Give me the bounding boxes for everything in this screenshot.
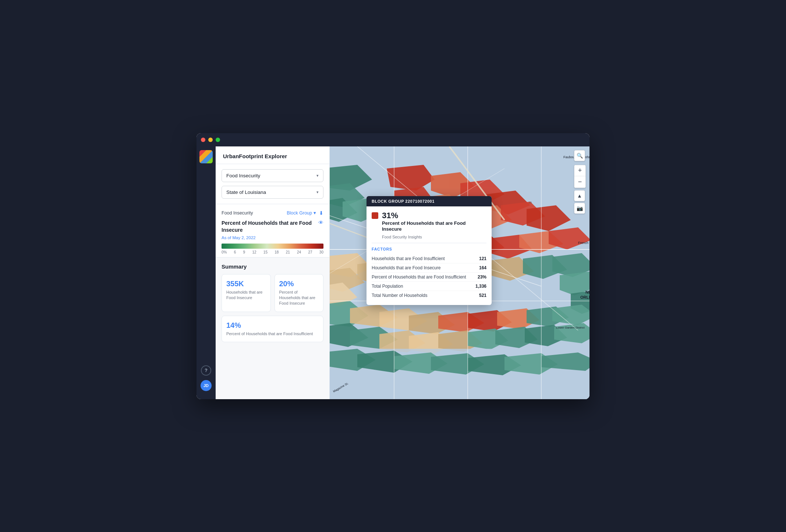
tooltip-header: BLOCK GROUP 220710072001: [367, 196, 492, 206]
region-label: State of Louisiana: [226, 189, 266, 195]
dataset-label: Food Insecurity: [226, 173, 260, 178]
help-button[interactable]: ?: [201, 365, 211, 376]
summary-grid: 355K Households that are Food Insecure 2…: [222, 274, 323, 312]
scale-label-15: 15: [263, 250, 268, 254]
zoom-controls: + −: [574, 165, 586, 188]
summary-title: Summary: [222, 263, 323, 270]
summary-desc-full: Percent of Households that are Food Insu…: [226, 331, 319, 337]
minimize-button[interactable]: [208, 138, 213, 142]
download-icon[interactable]: ⬇: [319, 210, 323, 216]
dropdown-arrow-dataset: ▾: [316, 173, 319, 178]
factor-value: 1,336: [475, 284, 486, 289]
summary-section: Summary 355K Households that are Food In…: [216, 258, 329, 348]
factor-name: Percent of Households that are Food Insu…: [372, 274, 478, 280]
scale-label-18: 18: [275, 250, 279, 254]
tooltip-divider: [372, 243, 486, 243]
search-map-button[interactable]: 🔍: [574, 150, 585, 161]
factor-row: Total Population1,336: [372, 282, 486, 291]
close-button[interactable]: [201, 138, 205, 142]
maximize-button[interactable]: [216, 138, 220, 142]
scale-label-24: 24: [297, 250, 301, 254]
scale-label-27: 27: [308, 250, 312, 254]
block-group-selector[interactable]: Block Group ▾: [287, 210, 316, 216]
factors-title: FACTORS: [372, 247, 486, 251]
app-body: ? JD UrbanFootprint Explorer Food Insecu…: [196, 146, 590, 399]
factor-row: Total Number of Households521: [372, 291, 486, 300]
summary-value-1: 20%: [279, 280, 319, 288]
summary-card-full: 14% Percent of Households that are Food …: [222, 316, 323, 342]
tooltip-metric-title: Percent of Households that are Food Inse…: [382, 220, 486, 233]
factor-row: Households that are Food Insufficient121: [372, 254, 486, 263]
scale-label-0: 0%: [222, 250, 227, 254]
factor-row: Percent of Households that are Food Insu…: [372, 273, 486, 282]
dataset-dropdown[interactable]: Food Insecurity ▾: [222, 169, 323, 182]
scale-label-12: 12: [252, 250, 256, 254]
tooltip-body: 31% Percent of Households that are Food …: [367, 206, 492, 305]
scale-label-6: 6: [234, 250, 236, 254]
icon-strip: ? JD: [196, 146, 216, 399]
color-swatch: [372, 212, 378, 219]
summary-desc-1: Percent of Households that are Food Inse…: [279, 290, 319, 306]
summary-desc-0: Households that are Food Insecure: [226, 290, 266, 301]
svg-text:ORLEANS: ORLEANS: [580, 295, 590, 299]
tooltip-main: 31% Percent of Households that are Food …: [372, 212, 486, 233]
svg-marker-45: [552, 305, 590, 325]
stats-row: Food Insecurity Block Group ▾ ⬇: [222, 210, 323, 216]
factor-name: Households that are Food Insecure: [372, 265, 479, 270]
app-logo[interactable]: [199, 150, 213, 163]
metric-date: As of May 2, 2022: [222, 235, 318, 240]
factor-row: Households that are Food Insecure164: [372, 263, 486, 273]
svg-text:French Quart.: French Quart.: [578, 241, 590, 245]
visibility-icon[interactable]: 👁: [318, 220, 323, 226]
factor-name: Total Population: [372, 284, 475, 289]
factor-value: 521: [479, 293, 486, 298]
panel-header: UrbanFootprint Explorer: [216, 146, 329, 164]
left-panel: UrbanFootprint Explorer Food Insecurity …: [216, 146, 330, 399]
factor-name: Households that are Food Insufficient: [372, 256, 479, 261]
title-bar: [196, 133, 590, 146]
factor-value: 164: [479, 265, 486, 270]
user-avatar[interactable]: JD: [201, 380, 212, 391]
chevron-down-icon: ▾: [314, 210, 316, 216]
app-window: ? JD UrbanFootprint Explorer Food Insecu…: [196, 133, 590, 399]
factors-list: Households that are Food Insufficient121…: [372, 254, 486, 300]
scale-label-30: 30: [319, 250, 323, 254]
svg-text:10: 10: [528, 201, 532, 204]
scale-label-21: 21: [286, 250, 290, 254]
scale-bar: [222, 244, 323, 249]
panel-title: UrbanFootprint Explorer: [223, 153, 322, 159]
zoom-in-button[interactable]: +: [574, 165, 585, 176]
svg-text:Lower Garden District: Lower Garden District: [556, 326, 585, 329]
tooltip-popup: BLOCK GROUP 220710072001 31% Percent of …: [367, 196, 492, 305]
factor-name: Total Number of Households: [372, 293, 479, 298]
region-dropdown[interactable]: State of Louisiana ▾: [222, 186, 323, 199]
camera-button[interactable]: 📷: [574, 203, 585, 214]
summary-card-0: 355K Households that are Food Insecure: [222, 274, 271, 312]
metric-title: Percent of Households that are Food Inse…: [222, 220, 318, 234]
scale-label-9: 9: [243, 250, 245, 254]
stats-section: Food Insecurity Block Group ▾ ⬇ Percent …: [216, 204, 329, 258]
summary-value-full: 14%: [226, 321, 319, 330]
factor-value: 121: [479, 256, 486, 261]
scale-labels: 0% 6 9 12 15 18 21 24 27 30: [222, 250, 323, 254]
compass-button[interactable]: ▲: [574, 190, 585, 201]
zoom-out-button[interactable]: −: [574, 177, 585, 188]
tooltip-percent: 31%: [382, 212, 486, 220]
summary-card-1: 20% Percent of Households that are Food …: [275, 274, 324, 312]
metric-category: Food Insecurity: [222, 210, 253, 216]
dropdown-container: Food Insecurity ▾ State of Louisiana ▾: [216, 164, 329, 204]
summary-value-0: 355K: [226, 280, 266, 288]
granularity-label: Block Group: [287, 210, 312, 216]
dropdown-arrow-region: ▾: [316, 190, 319, 195]
tooltip-source: Food Security Insights: [372, 235, 486, 239]
map-controls: 🔍 + − ▲ 📷: [574, 150, 586, 214]
factor-value: 23%: [478, 274, 486, 280]
map-area[interactable]: Faubourg St. John Mid-City New Orleans H…: [330, 146, 590, 399]
svg-text:NEW: NEW: [585, 290, 590, 294]
color-scale: 0% 6 9 12 15 18 21 24 27 30: [222, 244, 323, 254]
